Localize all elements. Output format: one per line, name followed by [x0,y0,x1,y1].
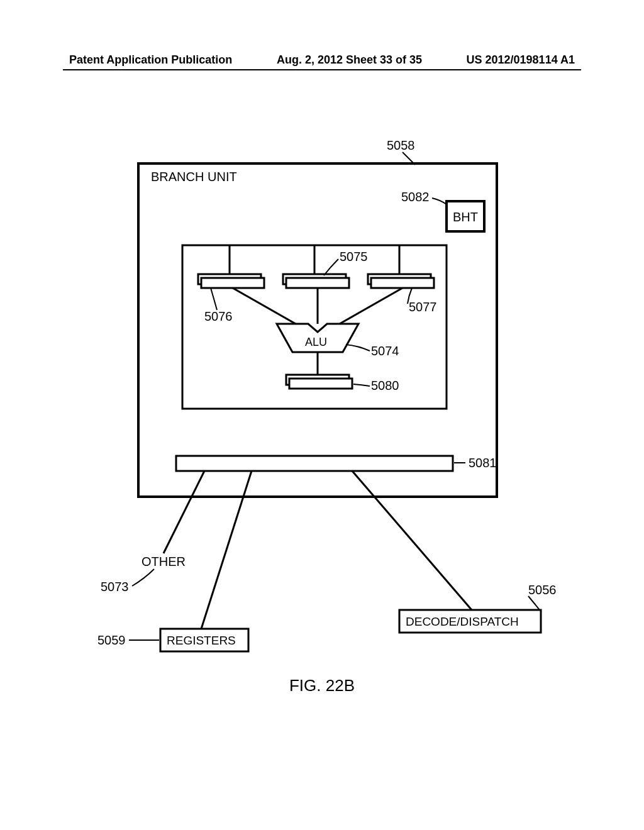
branch-unit-label: BRANCH UNIT [151,170,237,184]
wire-reg-left [233,288,296,324]
reg-5075-front [286,278,349,288]
leader-5082 [432,198,447,204]
bht-label: BHT [453,210,478,224]
figure-title: FIG. 22B [0,676,644,695]
ref-5058: 5058 [387,138,415,152]
ref-5075: 5075 [340,250,368,263]
bar-5081 [176,456,453,471]
ref-5059: 5059 [97,633,126,647]
reg-5077-front [371,278,434,288]
reg-5076-front [201,278,264,288]
leader-5075 [324,259,338,275]
decode-label: DECODE/DISPATCH [406,615,519,628]
leader-5074 [346,345,370,351]
leader-5056 [528,596,540,610]
registers-label: REGISTERS [167,634,236,647]
ref-5080: 5080 [371,379,399,392]
wire-to-registers [201,471,252,629]
alu-label: ALU [305,336,327,348]
other-label: OTHER [142,555,186,568]
branch-unit-box [138,163,497,497]
header-right: US 2012/0198114 A1 [467,53,575,67]
header-center: Aug. 2, 2012 Sheet 33 of 35 [277,53,422,67]
ref-5074: 5074 [371,344,399,358]
header-left: Patent Application Publication [69,53,232,67]
ref-5082: 5082 [401,190,430,204]
ref-5073: 5073 [101,580,129,594]
ref-5081: 5081 [469,456,497,470]
reg-5080-front [289,379,352,389]
wire-to-decode [352,471,472,610]
wire-to-other [164,471,204,553]
wire-reg-right [340,288,402,324]
leader-5073 [132,569,154,586]
page-header: Patent Application Publication Aug. 2, 2… [69,53,575,67]
leader-5076 [211,288,217,310]
diagram-svg: BRANCH UNIT 5058 BHT 5082 ALU [88,126,566,673]
leader-5080 [353,384,370,386]
ref-5076: 5076 [204,309,233,323]
header-rule [63,69,581,70]
page: Patent Application Publication Aug. 2, 2… [0,0,644,830]
ref-5056: 5056 [528,583,557,597]
ref-5077: 5077 [409,300,437,314]
